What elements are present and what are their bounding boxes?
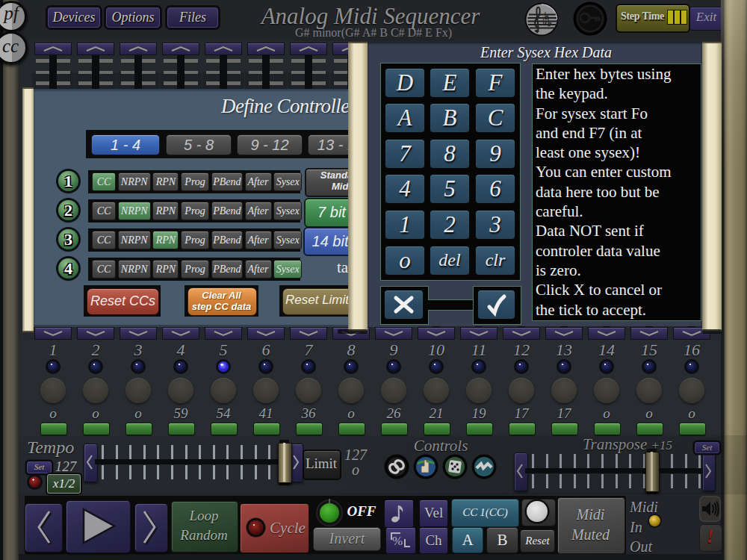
svg-text:♭: ♭ [548, 17, 553, 28]
svg-text:%: % [392, 534, 403, 548]
